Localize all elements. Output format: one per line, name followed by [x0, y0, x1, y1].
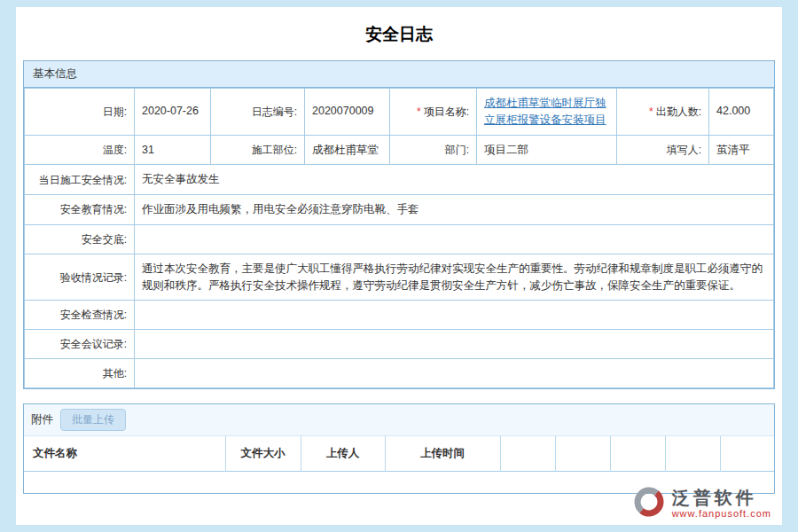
attachments-label: 附件: [31, 412, 53, 427]
required-marker: *: [417, 106, 421, 118]
basic-info-section-header: 基本信息: [24, 61, 774, 88]
required-marker: *: [649, 106, 653, 118]
column-empty: [720, 436, 774, 472]
attachments-section-header: 附件 批量上传: [24, 404, 774, 436]
date-label: 日期:: [25, 89, 135, 136]
attendance-label: *出勤人数:: [617, 89, 709, 136]
table-row: 温度: 31 施工部位: 成都杜甫草堂 部门: 项目二部 填写人: 茧清平: [25, 135, 774, 165]
column-uploader: 上传人: [301, 436, 385, 472]
basic-info-section: 基本信息 日期: 2020-07-26 日志编号: 2020070009 *项目…: [23, 60, 775, 389]
acceptance-record-value: 通过本次安全教育，主要是使广大职工懂得严格执行劳动纪律对实现安全生产的重要性。劳…: [135, 254, 774, 301]
safety-inspection-value: [135, 301, 774, 330]
column-empty: [555, 436, 610, 472]
writer-value: 茧清平: [709, 135, 774, 165]
temperature-value: 31: [135, 135, 211, 165]
site-label: 施工部位:: [211, 135, 305, 165]
footer-logo: 泛普软件 www.fanpusoft.com: [631, 484, 771, 523]
basic-info-table: 日期: 2020-07-26 日志编号: 2020070009 *项目名称: 成…: [24, 88, 774, 388]
table-row: 安全交底:: [25, 224, 774, 254]
attendance-value: 42.000: [709, 89, 774, 136]
project-cell: 成都杜甫草堂临时展厅独立展柜报警设备安装项目: [477, 89, 617, 136]
safety-inspection-label: 安全检查情况:: [25, 301, 135, 330]
other-value: [135, 359, 774, 388]
batch-upload-button[interactable]: 批量上传: [60, 409, 126, 431]
log-no-label: 日志编号:: [211, 89, 305, 136]
column-upload-time: 上传时间: [385, 436, 500, 472]
table-row: 当日施工安全情况: 无安全事故发生: [25, 165, 774, 195]
project-link[interactable]: 成都杜甫草堂临时展厅独立展柜报警设备安装项目: [484, 97, 606, 126]
safety-education-value: 作业面涉及用电频繁，用电安全必须注意穿防电靴、手套: [135, 195, 774, 225]
safety-meeting-label: 安全会议记录:: [25, 330, 135, 359]
attachments-header-row: 文件名称 文件大小 上传人 上传时间: [24, 436, 774, 472]
table-row: 其他:: [25, 359, 774, 388]
department-label: 部门:: [390, 135, 477, 165]
attendance-label-text: 出勤人数:: [656, 106, 701, 118]
column-empty: [665, 436, 720, 472]
daily-safety-label: 当日施工安全情况:: [25, 165, 135, 195]
other-label: 其他:: [25, 359, 135, 388]
writer-label: 填写人:: [617, 135, 709, 165]
safety-disclosure-label: 安全交底:: [25, 224, 135, 254]
content-card: 安全日志 基本信息 日期: 2020-07-26 日志编号: 202007000…: [16, 7, 782, 525]
brand-url-link[interactable]: www.fanpusoft.com: [672, 508, 771, 520]
attachments-section: 附件 批量上传 文件名称 文件大小 上传人 上传时间: [23, 403, 775, 494]
column-file-size: 文件大小: [225, 436, 301, 472]
site-value: 成都杜甫草堂: [305, 135, 390, 165]
project-label-text: 项目名称:: [424, 106, 469, 118]
safety-meeting-value: [135, 330, 774, 359]
department-value: 项目二部: [477, 135, 617, 165]
log-no-value: 2020070009: [305, 89, 390, 136]
date-value: 2020-07-26: [135, 89, 211, 136]
daily-safety-value: 无安全事故发生: [135, 165, 774, 195]
table-row: 安全检查情况:: [25, 301, 774, 330]
column-empty: [610, 436, 665, 472]
column-empty: [500, 436, 555, 472]
project-label: *项目名称:: [390, 89, 477, 136]
temperature-label: 温度:: [25, 135, 135, 165]
fanpu-logo-icon: [631, 484, 667, 523]
safety-education-label: 安全教育情况:: [25, 195, 135, 225]
column-file-name: 文件名称: [24, 436, 225, 472]
table-row: 安全教育情况: 作业面涉及用电频繁，用电安全必须注意穿防电靴、手套: [25, 195, 774, 225]
brand-text-block: 泛普软件 www.fanpusoft.com: [672, 488, 771, 520]
table-row: 日期: 2020-07-26 日志编号: 2020070009 *项目名称: 成…: [25, 89, 774, 136]
table-row: 安全会议记录:: [25, 330, 774, 359]
page-title: 安全日志: [23, 23, 775, 46]
table-row: 验收情况记录: 通过本次安全教育，主要是使广大职工懂得严格执行劳动纪律对实现安全…: [25, 254, 774, 301]
brand-name: 泛普软件: [672, 488, 771, 508]
acceptance-record-label: 验收情况记录:: [25, 254, 135, 301]
safety-disclosure-value: [135, 224, 774, 254]
